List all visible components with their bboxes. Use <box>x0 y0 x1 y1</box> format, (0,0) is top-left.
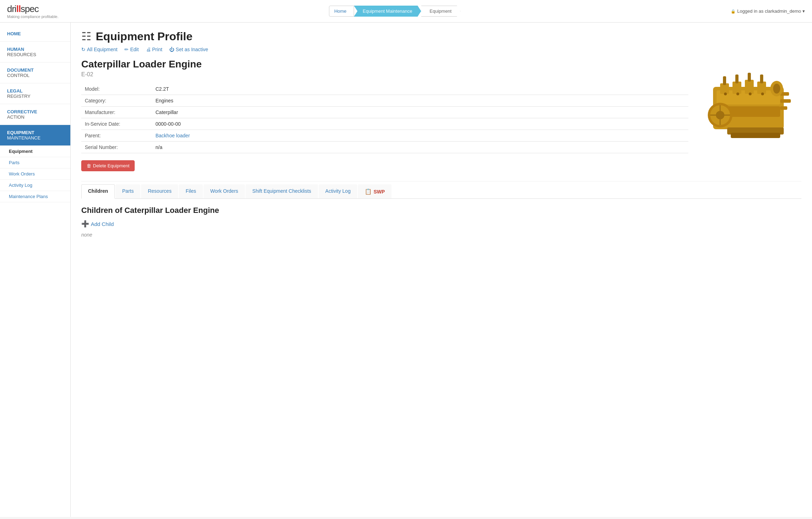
field-value-category: Engines <box>152 95 688 107</box>
dropdown-arrow[interactable]: ▾ <box>802 8 805 14</box>
edit-link[interactable]: ✏ Edit <box>124 47 139 52</box>
field-value-inservice: 0000-00-00 <box>152 118 688 130</box>
svg-rect-5 <box>745 80 754 94</box>
table-row-inservice: In-Service Date: 0000-00-00 <box>81 118 688 130</box>
tab-activity-log[interactable]: Activity Log <box>319 184 358 198</box>
page-title-icon: ☷ <box>81 30 92 43</box>
print-link[interactable]: 🖨 Print <box>146 47 163 52</box>
sidebar-item-home[interactable]: HOME <box>0 26 70 42</box>
children-section: Children of Caterpillar Loader Engine ➕ … <box>81 206 801 238</box>
nav-equipment-maintenance[interactable]: Equipment Maintenance <box>354 6 421 17</box>
field-label-manufacturer: Manufacturer: <box>81 107 152 118</box>
table-row-manufacturer: Manufacturer: Caterpillar <box>81 107 688 118</box>
sidebar: HOME HUMAN RESOURCES DOCUMENT CONTROL LE… <box>0 23 71 517</box>
delete-equipment-button[interactable]: 🗑 Delete Equipment <box>81 160 135 171</box>
svg-rect-17 <box>780 99 791 103</box>
sidebar-sub-maintenance-plans[interactable]: Maintenance Plans <box>0 191 70 202</box>
power-icon: ⏻ <box>169 47 174 52</box>
tab-work-orders[interactable]: Work Orders <box>204 184 245 198</box>
tab-bar: Children Parts Resources Files Work Orde… <box>81 184 801 199</box>
equipment-image-area <box>695 59 801 178</box>
tab-shift-equipment-checklists[interactable]: Shift Equipment Checklists <box>246 184 318 198</box>
svg-rect-4 <box>732 82 741 94</box>
field-label-parent: Parent: <box>81 130 152 142</box>
svg-rect-9 <box>748 73 751 82</box>
username: Logged in as clarkadmin_demo <box>737 8 801 14</box>
page-title: Equipment Profile <box>96 30 193 43</box>
set-inactive-link[interactable]: ⏻ Set as Inactive <box>169 47 208 52</box>
sidebar-sub-menu: Equipment Parts Work Orders Activity Log… <box>0 146 70 202</box>
page-title-row: ☷ Equipment Profile <box>81 30 801 43</box>
field-value-model: C2.2T <box>152 83 688 95</box>
table-row-serial: Serial Number: n/a <box>81 142 688 153</box>
swp-icon: 📋 <box>365 188 372 195</box>
children-title: Children of Caterpillar Loader Engine <box>81 206 801 215</box>
add-child-link[interactable]: ➕ Add Child <box>81 220 801 228</box>
field-value-parent: Backhoe loader <box>152 130 688 142</box>
tab-parts[interactable]: Parts <box>116 184 141 198</box>
svg-rect-6 <box>757 82 766 94</box>
equipment-name: Caterpillar Loader Engine <box>81 59 688 70</box>
svg-point-23 <box>749 93 752 95</box>
lock-icon <box>731 8 736 14</box>
svg-point-22 <box>736 93 739 95</box>
trash-icon: 🗑 <box>87 163 91 168</box>
svg-rect-10 <box>760 74 763 83</box>
main-content: ☷ Equipment Profile ↻ All Equipment ✏ Ed… <box>71 23 812 517</box>
field-value-serial: n/a <box>152 142 688 153</box>
equipment-table: Model: C2.2T Category: Engines Manufactu… <box>81 83 688 153</box>
tab-children[interactable]: Children <box>81 184 115 199</box>
sidebar-sub-parts[interactable]: Parts <box>0 157 70 168</box>
field-label-category: Category: <box>81 95 152 107</box>
field-value-manufacturer: Caterpillar <box>152 107 688 118</box>
breadcrumb: Home Equipment Maintenance Equipment <box>329 6 460 17</box>
table-row-parent: Parent: Backhoe loader <box>81 130 688 142</box>
action-links: ↻ All Equipment ✏ Edit 🖨 Print ⏻ Set as … <box>81 47 801 52</box>
sidebar-sub-equipment[interactable]: Equipment <box>0 146 70 157</box>
no-children-text: none <box>81 232 801 238</box>
equipment-layout: Caterpillar Loader Engine E-02 Model: C2… <box>81 59 801 178</box>
sidebar-sub-activity-log[interactable]: Activity Log <box>0 180 70 191</box>
tab-files[interactable]: Files <box>179 184 203 198</box>
edit-icon: ✏ <box>124 47 129 52</box>
plus-icon: ➕ <box>81 220 89 228</box>
app-header: drillspec Making compliance profitable. … <box>0 0 812 23</box>
engine-illustration <box>699 59 798 150</box>
equipment-details: Caterpillar Loader Engine E-02 Model: C2… <box>81 59 688 178</box>
sidebar-item-corrective-action[interactable]: CORRECTIVE ACTION <box>0 104 70 125</box>
logo-area: drillspec Making compliance profitable. <box>7 4 59 19</box>
svg-point-21 <box>724 93 727 95</box>
nav-equipment[interactable]: Equipment <box>421 6 460 17</box>
svg-rect-18 <box>780 106 787 110</box>
user-info: Logged in as clarkadmin_demo ▾ <box>731 8 805 14</box>
svg-rect-20 <box>731 133 780 138</box>
sidebar-item-human-resources[interactable]: HUMAN RESOURCES <box>0 42 70 62</box>
all-equipment-icon: ↻ <box>81 47 86 52</box>
field-label-serial: Serial Number: <box>81 142 152 153</box>
tab-resources[interactable]: Resources <box>141 184 178 198</box>
sidebar-item-document-control[interactable]: DOCUMENT CONTROL <box>0 62 70 83</box>
equipment-code: E-02 <box>81 71 688 78</box>
svg-point-24 <box>761 93 764 95</box>
field-label-model: Model: <box>81 83 152 95</box>
parent-link[interactable]: Backhoe loader <box>155 133 190 138</box>
print-icon: 🖨 <box>146 47 151 52</box>
sidebar-item-equipment-maintenance[interactable]: EQUIPMENT MAINTENANCE <box>0 125 70 146</box>
table-row-category: Category: Engines <box>81 95 688 107</box>
svg-rect-8 <box>735 74 739 83</box>
tab-swp[interactable]: 📋 SWP <box>358 184 392 198</box>
svg-rect-7 <box>723 76 726 85</box>
nav-home[interactable]: Home <box>329 6 354 17</box>
logo: drillspec <box>7 4 59 14</box>
sidebar-sub-work-orders[interactable]: Work Orders <box>0 168 70 180</box>
all-equipment-link[interactable]: ↻ All Equipment <box>81 47 117 52</box>
table-row-model: Model: C2.2T <box>81 83 688 95</box>
content-divider <box>81 181 801 181</box>
field-label-inservice: In-Service Date: <box>81 118 152 130</box>
main-layout: HOME HUMAN RESOURCES DOCUMENT CONTROL LE… <box>0 23 812 517</box>
logo-tagline: Making compliance profitable. <box>7 14 59 19</box>
sidebar-item-legal-registry[interactable]: LEGAL REGISTRY <box>0 83 70 104</box>
svg-point-27 <box>773 84 780 94</box>
